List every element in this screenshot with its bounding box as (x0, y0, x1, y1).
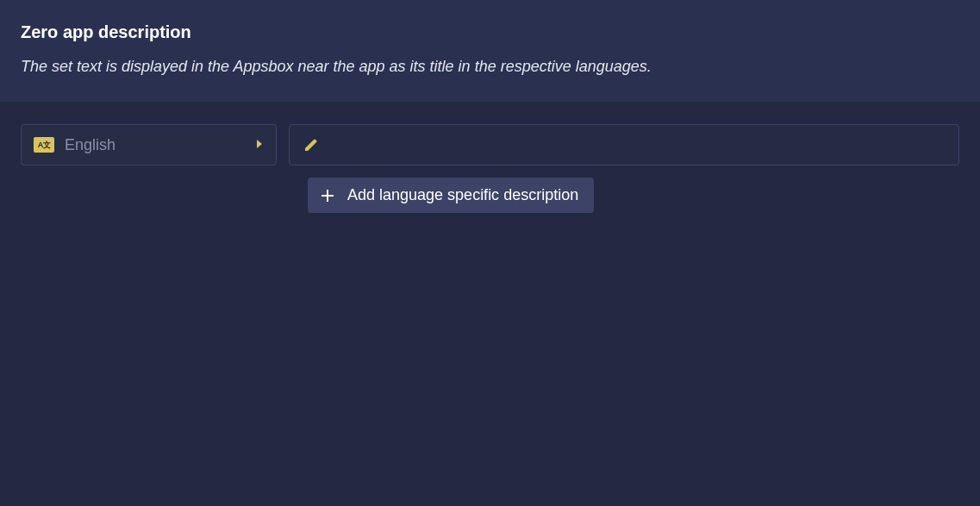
add-language-label: Add language specific description (347, 186, 578, 204)
page-subtitle: The set text is displayed in the Appsbox… (21, 58, 959, 76)
language-selected-label: English (65, 136, 255, 154)
pencil-icon (303, 137, 319, 153)
language-badge-icon: A文 (34, 137, 54, 153)
plus-icon (320, 188, 335, 203)
page-title: Zero app description (21, 22, 959, 42)
content-area: A文 English (0, 102, 980, 235)
add-row: Add language specific description (21, 178, 959, 213)
add-language-button[interactable]: Add language specific description (308, 178, 594, 213)
description-field-wrap[interactable] (289, 124, 959, 166)
chevron-right-icon (255, 137, 264, 153)
header: Zero app description The set text is dis… (0, 0, 980, 102)
description-input[interactable] (326, 125, 945, 165)
language-selector[interactable]: A文 English (21, 124, 277, 166)
description-row: A文 English (21, 124, 959, 166)
